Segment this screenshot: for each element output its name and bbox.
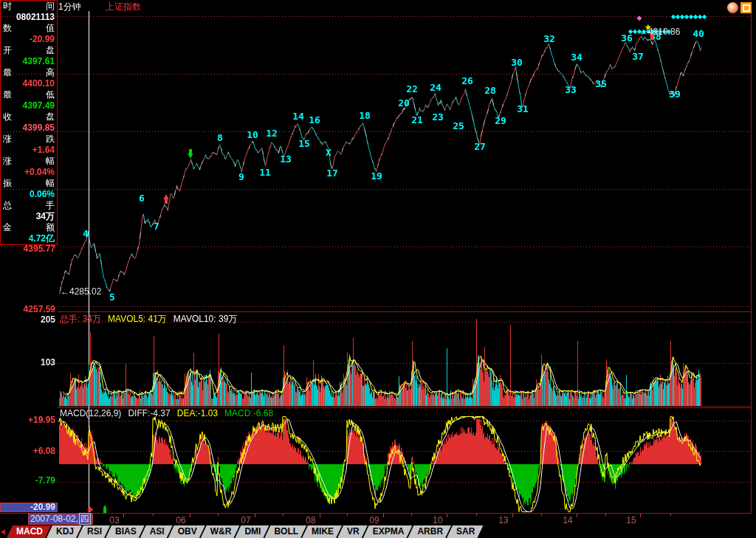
info-label: 振幅: [1, 178, 57, 189]
axis-label: 103: [0, 358, 55, 368]
crosshair-date-text: 2007-08-02,: [30, 514, 78, 524]
axis-label: +19.95: [0, 415, 55, 425]
info-label: 最低: [1, 89, 57, 100]
maximize-icon-inner: [743, 4, 750, 12]
crosshair-date-badge: 2007-08-02,四: [28, 514, 93, 525]
symbol-label[interactable]: 上证指数: [106, 1, 141, 13]
info-label: 收盘: [1, 111, 57, 123]
info-label: 涨幅: [1, 156, 57, 167]
tab-wr[interactable]: W&R: [201, 525, 240, 538]
date-axis-label: 06: [176, 515, 185, 525]
info-value: 4397.61: [1, 56, 57, 67]
info-value: 4400.10: [1, 78, 57, 89]
date-axis-label: 14: [563, 515, 572, 525]
tab-vr[interactable]: VR: [337, 525, 368, 538]
indicator-value: MACD:-6.68: [224, 408, 273, 418]
tab-arbr[interactable]: ARBR: [408, 525, 451, 538]
info-label: 时间: [1, 1, 57, 12]
tab-sar[interactable]: SAR: [447, 525, 483, 538]
period-label[interactable]: 1分钟: [58, 1, 81, 13]
tab-obv[interactable]: OBV: [168, 525, 205, 538]
chart-canvas[interactable]: [0, 0, 756, 525]
info-value: 4.72亿: [1, 233, 57, 244]
app-logo-icon[interactable]: [727, 2, 738, 13]
date-axis-label: 07: [241, 515, 250, 525]
axis-label: +6.08: [0, 446, 55, 456]
info-value: -20.99: [1, 34, 57, 45]
stock-chart-window: 时间08021113数值-20.99开盘4397.61最高4400.10最低43…: [0, 0, 756, 538]
info-label: 涨跌: [1, 134, 57, 145]
indicator-value: MAVOL10: 39万: [173, 314, 237, 324]
indicator-value: 总手: 34万: [60, 314, 101, 324]
crosshair-value-badge: -20.99: [0, 503, 58, 512]
info-value: +1.64: [1, 145, 57, 156]
date-axis-label: 13: [498, 515, 508, 525]
macd-header: MACD(12,26,9)DIFF:-4.37DEA:-1.03MACD:-6.…: [60, 408, 280, 418]
maximize-icon[interactable]: [740, 2, 752, 13]
tab-mike[interactable]: MIKE: [302, 525, 342, 538]
info-label: 数值: [1, 23, 57, 34]
tab-dmi[interactable]: DMI: [235, 525, 269, 538]
indicator-value: DIFF:-4.37: [128, 408, 170, 418]
tab-bias[interactable]: BIAS: [106, 525, 145, 538]
info-label: 最高: [1, 67, 57, 78]
axis-label: -7.79: [0, 476, 55, 486]
tab-rsi[interactable]: RSI: [78, 525, 110, 538]
volume-header: 总手: 34万MAVOL5: 41万MAVOL10: 39万: [60, 313, 244, 325]
quote-info-panel: 时间08021113数值-20.99开盘4397.61最高4400.10最低43…: [0, 0, 58, 245]
session-high-annotation: ←4910.86: [639, 27, 680, 37]
tab-asi[interactable]: ASI: [140, 525, 173, 538]
date-axis-label: 03: [109, 515, 119, 525]
info-label: 开盘: [1, 45, 57, 56]
date-axis-label: 09: [369, 515, 379, 525]
date-axis-label: 08: [306, 515, 315, 525]
info-value: 08021113: [1, 12, 57, 23]
axis-label: 4395.77: [0, 244, 55, 254]
info-value: 34万: [1, 211, 57, 222]
crosshair-weekday-text: 四: [79, 513, 91, 525]
info-value: 4399.85: [1, 123, 57, 134]
tab-macd[interactable]: MACD: [7, 525, 51, 538]
info-label: 金额: [1, 222, 57, 233]
indicator-value: MAVOL5: 41万: [108, 314, 167, 324]
tab-expma[interactable]: EXPMA: [363, 525, 413, 538]
info-value: 4397.49: [1, 100, 57, 111]
indicator-value: DEA:-1.03: [177, 408, 218, 418]
indicator-value: MACD(12,26,9): [60, 408, 121, 418]
info-label: 总手: [1, 200, 57, 211]
info-value: +0.04%: [1, 167, 57, 178]
date-axis-label: 10: [433, 515, 442, 525]
session-low-annotation: ←4285.02: [61, 286, 101, 297]
tab-boll[interactable]: BOLL: [264, 525, 306, 538]
tab-scroll-left-icon[interactable]: [0, 525, 7, 538]
axis-label: 4257.59: [0, 305, 55, 314]
tab-kdj[interactable]: KDJ: [47, 525, 82, 538]
date-axis-label: 15: [626, 515, 636, 525]
info-value: 0.06%: [1, 189, 57, 200]
axis-label: 205: [0, 315, 55, 325]
indicator-tab-bar: MACDKDJRSIBIASASIOBVW&RDMIBOLLMIKEVREXPM…: [0, 525, 756, 538]
